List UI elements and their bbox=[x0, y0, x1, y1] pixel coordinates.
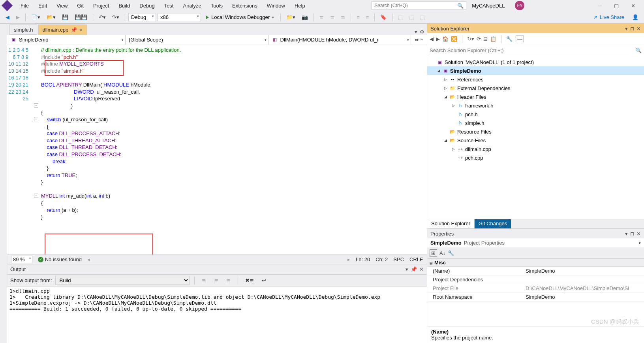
redo-button[interactable]: ↷▾ bbox=[110, 13, 122, 21]
menu-build[interactable]: Build bbox=[115, 1, 134, 10]
menu-project[interactable]: Project bbox=[89, 1, 113, 10]
start-debug-button[interactable]: Local Windows Debugger ▾ bbox=[203, 13, 277, 21]
scroll-right-icon[interactable]: ▸ bbox=[347, 256, 350, 262]
platform-combo[interactable]: x86 bbox=[158, 13, 201, 21]
tab-settings-icon[interactable]: ⚙ bbox=[420, 29, 424, 35]
solution-explorer-header[interactable]: Solution Explorer ▾ ⊓ ✕ bbox=[427, 24, 644, 33]
output-icon-1[interactable]: ≣ bbox=[199, 276, 208, 285]
se-showall-icon[interactable]: 📋 bbox=[490, 36, 496, 42]
close-tab-icon[interactable]: ✕ bbox=[79, 28, 83, 32]
output-icon-2[interactable]: ≣ bbox=[212, 276, 221, 285]
prop-project-file[interactable]: Project FileD:\CANoeDLL\MyCANoeDLL\Simpl… bbox=[427, 284, 644, 293]
se-properties-icon[interactable]: 🔧 bbox=[506, 36, 513, 42]
undo-button[interactable]: ↶▾ bbox=[96, 13, 108, 21]
panel-dropdown-icon[interactable]: ▾ bbox=[625, 26, 628, 32]
nav-back-button[interactable]: ◀ bbox=[3, 13, 12, 21]
tb-icon-7[interactable]: ≡ bbox=[364, 13, 372, 21]
prop-name[interactable]: (Name)SimpleDemo bbox=[427, 267, 644, 275]
se-home-icon[interactable]: 🏠 bbox=[442, 36, 449, 42]
nav-plus-icon[interactable]: + bbox=[421, 37, 424, 43]
properties-grid[interactable]: ⊟Misc (Name)SimpleDemo Project Dependenc… bbox=[427, 259, 644, 326]
tree-project[interactable]: ◢▣SimpleDemo bbox=[427, 66, 644, 75]
output-clear-icon[interactable]: ✖≣ bbox=[243, 276, 256, 285]
se-fwd-icon[interactable]: ▶ bbox=[436, 36, 440, 42]
tree-simple-h[interactable]: hsimple.h bbox=[427, 119, 644, 127]
output-source-combo[interactable]: Build bbox=[55, 276, 190, 285]
props-categorize-icon[interactable]: ⊞ bbox=[430, 249, 437, 257]
props-alpha-icon[interactable]: A↓ bbox=[439, 250, 445, 256]
tree-pch-h[interactable]: hpch.h bbox=[427, 110, 644, 119]
tab-solution-explorer[interactable]: Solution Explorer bbox=[427, 219, 475, 228]
issues-indicator[interactable]: ✓ No issues found bbox=[38, 256, 82, 262]
tb-icon-8[interactable]: ⬚ bbox=[396, 13, 405, 21]
restore-button[interactable]: ▢ bbox=[608, 1, 624, 10]
prop-dependencies[interactable]: Project Dependencies bbox=[427, 275, 644, 284]
properties-object-combo[interactable]: SimpleDemo Project Properties ▾ bbox=[427, 238, 644, 248]
minimize-button[interactable]: ─ bbox=[592, 1, 608, 10]
se-switch-icon[interactable]: 🔀 bbox=[451, 36, 457, 42]
open-button[interactable]: 📂▾ bbox=[44, 13, 58, 21]
panel-close-icon[interactable]: ✕ bbox=[636, 26, 641, 32]
global-search[interactable]: 🔍 bbox=[372, 1, 466, 10]
user-avatar[interactable]: EY bbox=[515, 1, 524, 10]
output-title-bar[interactable]: Output ▾ 📌 ✕ bbox=[7, 264, 427, 275]
tb-icon-1[interactable]: 📁▾ bbox=[284, 13, 298, 21]
solution-explorer-search[interactable]: 🔍 bbox=[427, 45, 644, 56]
fold-icon[interactable]: − bbox=[34, 103, 38, 107]
tab-dllmain-cpp[interactable]: dllmain.cpp 📌 ✕ bbox=[38, 24, 87, 35]
se-preview-icon[interactable]: ― bbox=[516, 36, 524, 42]
zoom-combo[interactable]: 89 % bbox=[11, 256, 32, 263]
se-refresh-icon[interactable]: ⟳ bbox=[477, 36, 481, 42]
nav-func-combo[interactable]: ◧ DllMain(HMODULE hModule, DWORD ul_r bbox=[268, 35, 411, 45]
panel-pin-icon[interactable]: ⊓ bbox=[630, 231, 634, 237]
save-button[interactable]: 💾 bbox=[60, 13, 71, 21]
prop-root-namespace[interactable]: Root NamespaceSimpleDemo bbox=[427, 293, 644, 302]
live-share-button[interactable]: ↗ Live Share bbox=[593, 14, 624, 20]
menu-help[interactable]: Help bbox=[291, 1, 309, 10]
menu-analyze[interactable]: Analyze bbox=[179, 1, 205, 10]
panel-dropdown-icon[interactable]: ▾ bbox=[406, 266, 408, 272]
tree-source-files[interactable]: ◢📂Source Files bbox=[427, 136, 644, 145]
menu-extensions[interactable]: Extensions bbox=[228, 1, 261, 10]
tb-icon-10[interactable]: ⬚ bbox=[418, 13, 427, 21]
se-sync-icon[interactable]: ↻▾ bbox=[467, 36, 474, 42]
solution-tree[interactable]: ▣Solution 'MyCANoeDLL' (1 of 1 project) … bbox=[427, 56, 644, 219]
panel-dropdown-icon[interactable]: ▾ bbox=[625, 231, 628, 237]
tree-dllmain-cpp[interactable]: ▷++dllmain.cpp bbox=[427, 145, 644, 153]
menu-tools[interactable]: Tools bbox=[207, 1, 227, 10]
props-wrench-icon[interactable]: 🔧 bbox=[448, 250, 454, 256]
tb-icon-5[interactable]: ≣ bbox=[338, 13, 347, 21]
output-text[interactable]: 1>dllmain.cpp 1> Creating library D:\CAN… bbox=[7, 286, 427, 343]
panel-pin-icon[interactable]: ⊓ bbox=[630, 26, 634, 32]
tb-icon-9[interactable]: ⬚ bbox=[407, 13, 416, 21]
tree-header-files[interactable]: ◢📂Header Files bbox=[427, 92, 644, 101]
tree-framework-h[interactable]: ▷hframework.h bbox=[427, 101, 644, 110]
menu-window[interactable]: Window bbox=[263, 1, 289, 10]
close-button[interactable]: ✕ bbox=[625, 1, 641, 10]
se-back-icon[interactable]: ◀ bbox=[430, 36, 434, 42]
nav-forward-button[interactable]: ▶ bbox=[13, 13, 22, 21]
se-search-input[interactable] bbox=[430, 47, 635, 53]
tab-git-changes[interactable]: Git Changes bbox=[475, 219, 511, 228]
tb-icon-6[interactable]: ≡ bbox=[354, 13, 362, 21]
new-item-button[interactable]: 📄▾ bbox=[29, 13, 43, 21]
menu-debug[interactable]: Debug bbox=[135, 1, 158, 10]
bookmark-icon[interactable]: 🔖 bbox=[378, 13, 389, 21]
tree-solution[interactable]: ▣Solution 'MyCANoeDLL' (1 of 1 project) bbox=[427, 58, 644, 66]
left-rail-toolbox[interactable] bbox=[0, 24, 7, 343]
fold-icon[interactable]: − bbox=[34, 194, 38, 198]
menu-edit[interactable]: Edit bbox=[34, 1, 51, 10]
scroll-left-icon[interactable]: ◂ bbox=[87, 256, 90, 262]
panel-pin-icon[interactable]: 📌 bbox=[411, 266, 417, 272]
tree-external-deps[interactable]: ▷📁External Dependencies bbox=[427, 84, 644, 92]
panel-close-icon[interactable]: ✕ bbox=[419, 266, 424, 272]
tb-icon-2[interactable]: 📷 bbox=[299, 13, 310, 21]
code-content[interactable]: // dllmain.cpp : Defines the entry point… bbox=[40, 45, 427, 254]
nav-project-combo[interactable]: ▣ SimpleDemo bbox=[7, 35, 126, 45]
tab-overflow-icon[interactable]: ▾ bbox=[415, 29, 417, 35]
properties-header[interactable]: Properties ▾ ⊓ ✕ bbox=[427, 229, 644, 238]
tb-icon-4[interactable]: ≣ bbox=[328, 13, 337, 21]
prop-category-misc[interactable]: ⊟Misc bbox=[427, 259, 644, 267]
config-combo[interactable]: Debug bbox=[128, 13, 156, 21]
tree-references[interactable]: ▷▪▪References bbox=[427, 75, 644, 84]
